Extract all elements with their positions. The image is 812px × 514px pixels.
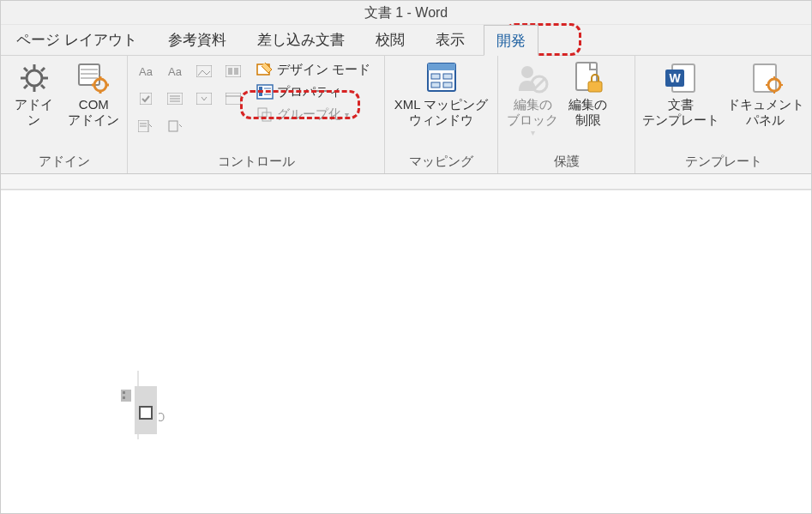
- design-mode-label: デザイン モード: [277, 62, 370, 78]
- svg-rect-28: [226, 93, 241, 105]
- building-block-control-icon[interactable]: [220, 59, 246, 83]
- group-button[interactable]: グループ化 ▾: [253, 104, 374, 124]
- svg-text:W: W: [670, 71, 682, 85]
- svg-line-5: [24, 68, 27, 71]
- properties-label: プロパティ: [277, 84, 341, 100]
- svg-point-0: [27, 70, 42, 86]
- document-panel-button[interactable]: ドキュメント パネル: [725, 59, 806, 130]
- svg-rect-63: [121, 390, 131, 402]
- design-mode-button[interactable]: デザイン モード: [253, 59, 374, 80]
- document-area[interactable]: [1, 190, 811, 507]
- group-addins: アドイン COM アドイン アドイン: [1, 56, 128, 173]
- chevron-down-icon: ▾: [345, 110, 349, 119]
- block-editing-button[interactable]: 編集の ブロック ▾: [503, 59, 562, 139]
- word-doc-icon: W: [664, 61, 698, 95]
- svg-rect-36: [259, 87, 262, 90]
- com-addins-button[interactable]: COM アドイン: [66, 59, 123, 130]
- restrict-editing-icon: [571, 61, 605, 95]
- group-controls: Aa Aa デザイン モード プロパテ: [128, 56, 385, 173]
- tab-references[interactable]: 参考資料: [156, 25, 238, 55]
- svg-line-8: [41, 68, 45, 71]
- svg-rect-67: [140, 407, 152, 419]
- svg-line-6: [41, 85, 45, 88]
- com-addins-label: COM アドイン: [68, 97, 119, 128]
- tab-page-layout[interactable]: ページ レイアウト: [4, 25, 149, 55]
- tab-developer[interactable]: 開発: [484, 25, 538, 56]
- svg-rect-33: [169, 121, 177, 131]
- legacy-tools-icon[interactable]: [162, 114, 188, 138]
- tab-view[interactable]: 表示: [424, 25, 477, 55]
- properties-button[interactable]: プロパティ: [253, 82, 374, 102]
- gear-icon: [17, 61, 51, 95]
- document-panel-icon: [749, 61, 783, 95]
- svg-rect-37: [259, 93, 262, 96]
- group-icon: [256, 106, 274, 123]
- content-control-placeholder[interactable]: [112, 371, 189, 439]
- xml-mapping-icon: [424, 61, 459, 95]
- design-mode-icon: [256, 61, 274, 78]
- controls-gallery: Aa Aa: [133, 59, 246, 138]
- properties-icon: [256, 83, 274, 100]
- svg-rect-52: [588, 82, 602, 92]
- document-panel-label: ドキュメント パネル: [727, 97, 804, 128]
- svg-rect-64: [123, 391, 125, 394]
- restrict-editing-button[interactable]: 編集の 制限: [565, 59, 611, 130]
- tab-review[interactable]: 校閲: [364, 25, 417, 55]
- ruler: [1, 174, 811, 190]
- combo-control-icon[interactable]: [162, 87, 188, 111]
- group-template-label: テンプレート: [641, 152, 806, 172]
- group-template: W 文書 テンプレート ドキュメント パネル テンプレート: [635, 56, 811, 173]
- rich-text-control-icon[interactable]: Aa: [133, 59, 159, 83]
- group-label-text: グループ化: [277, 106, 341, 123]
- title-bar: 文書 1 - Word: [1, 1, 811, 25]
- block-editing-label: 編集の ブロック: [507, 97, 558, 128]
- gear-orange-icon: [76, 61, 111, 95]
- group-addins-label: アドイン: [6, 152, 122, 172]
- document-template-button[interactable]: W 文書 テンプレート: [641, 59, 721, 130]
- tab-mailings[interactable]: 差し込み文書: [245, 25, 357, 55]
- svg-rect-21: [234, 68, 238, 75]
- group-mapping-label: マッピング: [390, 152, 492, 172]
- addins-label: アドイン: [9, 97, 59, 128]
- restrict-editing-label: 編集の 制限: [568, 97, 607, 128]
- svg-rect-19: [226, 65, 241, 77]
- plain-text-control-icon[interactable]: Aa: [162, 59, 188, 83]
- svg-rect-20: [228, 68, 232, 75]
- group-protect: 編集の ブロック ▾ 編集の 制限 保護: [498, 56, 635, 173]
- block-authors-icon: [515, 61, 550, 95]
- group-controls-label: コントロール: [133, 152, 379, 172]
- ribbon: アドイン COM アドイン アドイン Aa Aa: [1, 56, 811, 174]
- svg-rect-22: [140, 93, 152, 105]
- group-mapping: XML マッピング ウィンドウ マッピング: [385, 56, 498, 173]
- xml-mapping-label: XML マッピング ウィンドウ: [394, 97, 488, 128]
- svg-line-50: [534, 79, 544, 89]
- svg-rect-65: [123, 396, 125, 399]
- svg-rect-27: [196, 93, 212, 105]
- xml-mapping-button[interactable]: XML マッピング ウィンドウ: [391, 59, 491, 130]
- document-template-label: 文書 テンプレート: [642, 97, 719, 128]
- group-protect-label: 保護: [503, 152, 629, 172]
- date-control-icon[interactable]: [220, 87, 246, 111]
- picture-control-icon[interactable]: [191, 59, 217, 83]
- ribbon-tabs: ページ レイアウト 参考資料 差し込み文書 校閲 表示 開発: [1, 25, 811, 56]
- svg-line-7: [24, 85, 27, 88]
- dropdown-control-icon[interactable]: [191, 87, 217, 111]
- checkbox-control-icon[interactable]: [133, 87, 159, 111]
- addins-button[interactable]: アドイン: [6, 59, 63, 130]
- svg-rect-43: [428, 63, 455, 70]
- legacy-form-icon[interactable]: [133, 114, 159, 138]
- svg-rect-45: [443, 74, 452, 79]
- svg-rect-47: [443, 82, 452, 88]
- svg-rect-46: [431, 82, 440, 88]
- svg-point-48: [521, 66, 533, 78]
- svg-rect-44: [431, 74, 440, 79]
- chevron-down-icon: ▾: [531, 128, 535, 137]
